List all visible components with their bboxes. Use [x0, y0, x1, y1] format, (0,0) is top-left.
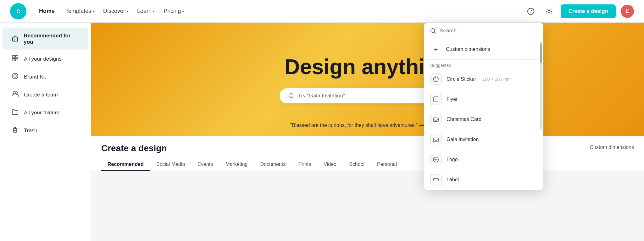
main-layout: Recommended for you All your designs [0, 23, 644, 241]
logo-label: Logo [447, 157, 458, 162]
svg-point-10 [14, 75, 16, 77]
christmas-card-icon [430, 114, 441, 125]
help-button[interactable]: ? [524, 5, 537, 18]
tab-personal[interactable]: Personal [371, 158, 403, 171]
svg-rect-23 [434, 97, 438, 102]
nav-templates[interactable]: Templates ▾ [61, 5, 99, 17]
team-icon [11, 90, 19, 99]
dropdown-custom-dimensions[interactable]: ＋ Custom dimensions [424, 39, 543, 60]
dropdown-item-logo[interactable]: Logo [424, 150, 543, 170]
svg-rect-30 [433, 178, 438, 181]
hero-banner: Design anything "Blessed are the curious… [91, 23, 644, 136]
dropdown-scrollbar-thumb [540, 44, 542, 63]
tab-social-media[interactable]: Social Media [150, 158, 192, 171]
help-icon: ? [527, 8, 534, 15]
svg-text:C: C [16, 8, 20, 14]
dropdown-item-flyer[interactable]: Flyer [424, 89, 543, 109]
create-design-button[interactable]: Create a design [561, 4, 616, 18]
svg-rect-8 [15, 58, 18, 61]
dropdown-search-icon [430, 28, 436, 34]
nav-right: ? Create a design E [524, 4, 634, 18]
tab-school[interactable]: School [343, 158, 371, 171]
brand-icon [11, 73, 19, 81]
nav-learn[interactable]: Learn ▾ [133, 5, 159, 17]
avatar[interactable]: E [621, 5, 634, 18]
tab-documents[interactable]: Documents [254, 158, 292, 171]
svg-rect-15 [14, 129, 17, 132]
svg-text:?: ? [530, 9, 532, 14]
custom-dimensions-link[interactable]: Custom dimensions [590, 145, 634, 150]
hero-quote: "Blessed are the curious, for they shall… [290, 123, 445, 128]
gala-invitation-icon [430, 134, 441, 145]
nav-home[interactable]: Home [35, 5, 58, 17]
dropdown-scrollbar[interactable] [540, 41, 542, 129]
svg-rect-5 [12, 55, 15, 58]
dropdown-item-gala-invitation[interactable]: Gala Invitation [424, 129, 543, 150]
sidebar-item-label-trash: Trash [24, 128, 37, 134]
home-icon [11, 35, 19, 43]
circle-sticker-label: Circle Sticker [447, 76, 476, 82]
dropdown-search-row[interactable] [424, 23, 543, 39]
sidebar-item-recommended[interactable]: Recommended for you [3, 28, 88, 50]
label-icon [430, 174, 441, 185]
sidebar-item-label-brand-kit: Brand Kit [24, 74, 46, 80]
sidebar-item-label-create-team: Create a team [24, 92, 58, 98]
trash-icon [11, 126, 19, 135]
discover-chevron-icon: ▾ [126, 9, 128, 14]
svg-point-4 [548, 10, 550, 12]
sidebar: Recommended for you All your designs [0, 23, 91, 241]
svg-point-14 [15, 92, 18, 94]
custom-dimensions-label: Custom dimensions [446, 47, 490, 52]
sidebar-item-all-designs[interactable]: All your designs [3, 50, 88, 68]
dropdown-item-circle-sticker[interactable]: Circle Sticker 100 × 100 mm [424, 69, 543, 89]
tab-events[interactable]: Events [191, 158, 219, 171]
learn-chevron-icon: ▾ [153, 9, 155, 14]
logo-icon [430, 154, 441, 165]
create-design-title: Create a design [101, 143, 167, 153]
circle-sticker-icon [430, 74, 441, 85]
sidebar-item-trash[interactable]: Trash [3, 122, 88, 139]
hero-search-icon [288, 93, 294, 99]
folder-icon [11, 108, 19, 117]
bottom-tabs: Recommended Social Media Events Marketin… [101, 158, 634, 171]
top-nav: C Home Templates ▾ Discover ▾ Learn ▾ Pr… [0, 0, 644, 23]
nav-pricing[interactable]: Pricing ▾ [159, 5, 188, 17]
tab-video[interactable]: Video [317, 158, 343, 171]
flyer-label: Flyer [447, 96, 458, 102]
create-design-dropdown: ＋ Custom dimensions Suggested Circle Sti… [424, 23, 543, 190]
svg-rect-6 [15, 55, 18, 58]
svg-line-21 [434, 32, 436, 34]
canva-logo[interactable]: C [10, 3, 26, 19]
tab-prints[interactable]: Prints [292, 158, 317, 171]
circle-sticker-dim: 100 × 100 mm [482, 77, 511, 82]
flyer-icon [430, 94, 441, 105]
gear-icon [546, 8, 552, 15]
dropdown-item-christmas-card[interactable]: Christmas Card [424, 109, 543, 129]
tab-marketing[interactable]: Marketing [219, 158, 254, 171]
pricing-chevron-icon: ▾ [182, 9, 184, 14]
dropdown-search-input[interactable] [440, 28, 537, 34]
christmas-card-label: Christmas Card [447, 117, 481, 122]
gala-invitation-label: Gala Invitation [447, 137, 479, 142]
sidebar-item-label-all-designs: All your designs [24, 56, 62, 62]
sidebar-item-create-team[interactable]: Create a team [3, 86, 88, 103]
plus-icon: ＋ [430, 44, 441, 55]
settings-button[interactable] [542, 5, 556, 18]
dropdown-suggested-label: Suggested [424, 60, 543, 69]
label-label: Label [447, 177, 459, 183]
tab-recommended[interactable]: Recommended [101, 158, 150, 171]
grid-icon [11, 55, 19, 63]
dropdown-item-label[interactable]: Label [424, 170, 543, 190]
sidebar-item-label-recommended: Recommended for you [24, 33, 80, 45]
bottom-section: Create a design Custom dimensions Recomm… [91, 136, 644, 171]
svg-point-13 [13, 92, 15, 94]
svg-rect-7 [12, 58, 15, 61]
nav-discover[interactable]: Discover ▾ [99, 5, 133, 17]
svg-line-19 [292, 97, 294, 99]
templates-chevron-icon: ▾ [92, 9, 94, 14]
content-area: Design anything "Blessed are the curious… [91, 23, 644, 241]
sidebar-item-all-folders[interactable]: All your folders [3, 104, 88, 121]
sidebar-item-label-all-folders: All your folders [24, 110, 59, 116]
sidebar-item-brand-kit[interactable]: Brand Kit [3, 68, 88, 85]
